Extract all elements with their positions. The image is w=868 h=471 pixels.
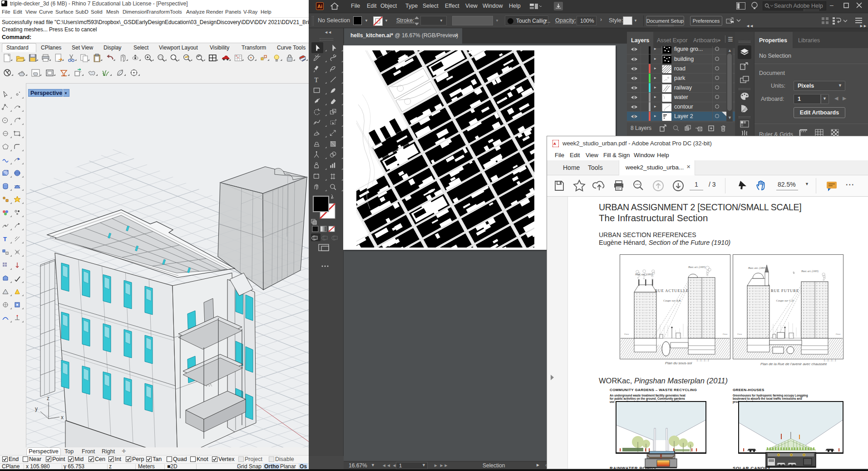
svg-text:RUE ACTUELLE: RUE ACTUELLE [655,288,689,293]
svg-text:Haut. act. (1903): Haut. act. (1903) [801,270,819,273]
svg-text:Cave: Cave [624,333,629,335]
svg-text:y: y [35,406,38,412]
svg-text:Haut. anc. (1893): Haut. anc. (1893) [748,267,766,270]
svg-text:x: x [61,414,64,421]
svg-text:Cave: Cave [836,333,841,335]
svg-text:Coupe sur A.B: Coupe sur A.B [663,299,681,302]
svg-text:Haut. anc. (1893): Haut. anc. (1893) [635,273,653,276]
svg-text:z: z [47,395,49,402]
svg-text:RUE FUTURE: RUE FUTURE [771,288,799,293]
svg-text:Cave: Cave [723,333,728,335]
svg-text:T: T [314,76,318,84]
svg-text:T: T [3,236,7,243]
svg-text:Coupe sur C.D: Coupe sur C.D [776,299,794,302]
svg-text:Cave: Cave [737,333,742,335]
svg-text:A: A [553,142,556,146]
svg-text:Haut. act. (1903): Haut. act. (1903) [688,266,705,269]
